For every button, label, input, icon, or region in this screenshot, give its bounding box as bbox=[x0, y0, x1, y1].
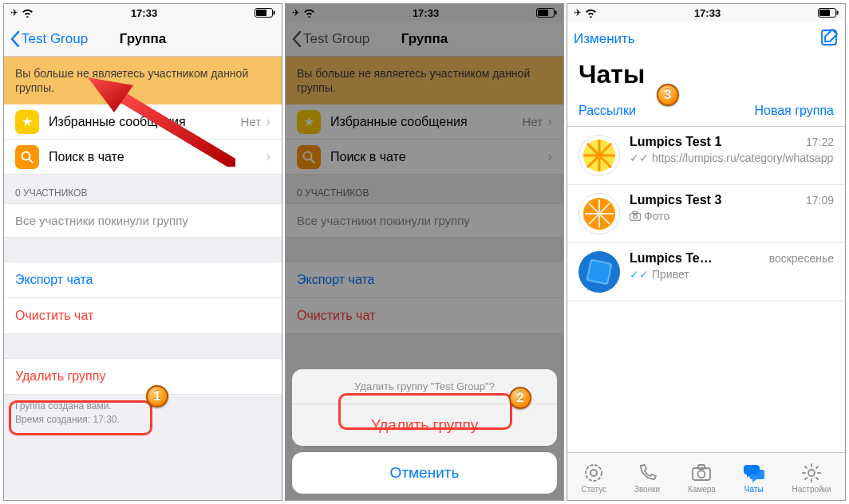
tab-chats[interactable]: Чаты bbox=[744, 463, 764, 494]
membership-banner: Вы больше не являетесь участником данной… bbox=[4, 57, 282, 104]
back-label: Test Group bbox=[22, 31, 88, 47]
svg-rect-13 bbox=[837, 11, 839, 15]
ticks-icon: ✓✓ bbox=[630, 151, 649, 165]
status-bar: ✈ 17:33 bbox=[4, 4, 282, 22]
sheet-delete-button[interactable]: Удалить группу bbox=[292, 404, 557, 446]
search-label: Поиск в чате bbox=[49, 150, 124, 164]
compose-button[interactable] bbox=[819, 28, 839, 50]
chat-preview: https://lumpics.ru/category/whatsapp bbox=[652, 151, 833, 165]
chevron-left-icon bbox=[10, 31, 20, 47]
battery-icon bbox=[818, 8, 839, 18]
tab-camera[interactable]: Камера bbox=[688, 463, 716, 494]
phone-icon bbox=[637, 463, 657, 483]
tab-status[interactable]: Статус bbox=[581, 463, 606, 494]
svg-point-30 bbox=[586, 465, 602, 481]
broadcast-button[interactable]: Рассылки bbox=[579, 104, 636, 118]
airplane-icon: ✈ bbox=[10, 7, 18, 18]
svg-line-4 bbox=[30, 159, 34, 163]
page-title: Группа bbox=[120, 31, 167, 47]
chat-time: 17:09 bbox=[806, 194, 834, 207]
svg-rect-1 bbox=[256, 10, 267, 16]
svg-rect-29 bbox=[588, 261, 610, 283]
battery-icon bbox=[255, 8, 275, 18]
svg-point-33 bbox=[698, 471, 705, 478]
gear-icon bbox=[801, 463, 822, 483]
status-icon bbox=[583, 463, 604, 483]
chats-icon bbox=[744, 463, 764, 483]
export-chat-button[interactable]: Экспорт чата bbox=[4, 262, 282, 298]
chat-row[interactable]: Lumpics Te…воскресенье ✓✓Привет bbox=[567, 243, 845, 301]
delete-group-button[interactable]: Удалить группу bbox=[4, 358, 282, 395]
chevron-right-icon: › bbox=[266, 148, 270, 165]
members-empty-row: Все участники покинули группу bbox=[4, 203, 282, 238]
status-time: 17:33 bbox=[131, 7, 157, 19]
chat-time: воскресенье bbox=[769, 252, 834, 265]
nav-bar: Test Group Группа bbox=[4, 22, 282, 57]
chat-row[interactable]: Lumpics Test 317:09 Фото bbox=[567, 185, 845, 243]
chat-row[interactable]: Lumpics Test 117:22 ✓✓https://lumpics.ru… bbox=[567, 127, 845, 185]
svg-rect-12 bbox=[819, 10, 830, 16]
status-bar: ✈ 17:33 bbox=[567, 4, 845, 22]
back-button[interactable]: Test Group bbox=[10, 31, 88, 47]
newgroup-button[interactable]: Новая группа bbox=[754, 104, 834, 118]
search-chat-cell[interactable]: Поиск в чате › bbox=[4, 140, 282, 175]
sheet-cancel-button[interactable]: Отменить bbox=[292, 452, 557, 494]
svg-rect-2 bbox=[274, 11, 275, 15]
avatar bbox=[579, 135, 620, 176]
svg-point-35 bbox=[808, 470, 815, 476]
favorites-label: Избранные сообщения bbox=[49, 115, 186, 129]
chat-name: Lumpics Te… bbox=[630, 251, 713, 266]
search-icon bbox=[15, 145, 39, 169]
sub-header: Рассылки Новая группа bbox=[567, 96, 845, 127]
compose-icon bbox=[819, 28, 839, 47]
nav-bar: Изменить bbox=[567, 22, 845, 57]
chat-preview: Фото bbox=[644, 209, 669, 223]
sheet-title: Удалить группу "Test Group"? bbox=[292, 369, 557, 404]
members-header: 0 УЧАСТНИКОВ bbox=[4, 175, 282, 203]
edit-button[interactable]: Изменить bbox=[574, 31, 635, 47]
chat-name: Lumpics Test 1 bbox=[630, 135, 721, 149]
ticks-read-icon: ✓✓ bbox=[630, 267, 649, 282]
tab-bar: Статус Звонки Камера Чаты Настройки bbox=[567, 452, 845, 500]
favorites-extra: Нет bbox=[240, 115, 261, 128]
favorites-cell[interactable]: ★ Избранные сообщения Нет › bbox=[4, 104, 282, 140]
chat-preview: Привет bbox=[652, 267, 689, 282]
delete-label: Удалить группу bbox=[15, 369, 105, 383]
status-time: 17:33 bbox=[694, 7, 721, 19]
footer-note: Группа создана вами. Время создания: 17:… bbox=[4, 395, 282, 431]
big-title: Чаты bbox=[567, 57, 845, 96]
avatar bbox=[579, 251, 620, 293]
avatar bbox=[579, 193, 620, 234]
wifi-icon bbox=[585, 9, 597, 18]
wifi-icon bbox=[22, 9, 34, 18]
action-sheet: Удалить группу "Test Group"? Удалить гру… bbox=[292, 369, 557, 494]
camera-icon bbox=[691, 463, 712, 483]
svg-point-26 bbox=[634, 215, 638, 219]
airplane-icon: ✈ bbox=[574, 7, 582, 18]
svg-rect-34 bbox=[698, 465, 705, 469]
clear-chat-button[interactable]: Очистить чат bbox=[4, 298, 282, 334]
tab-settings[interactable]: Настройки bbox=[792, 463, 831, 494]
camera-icon bbox=[630, 211, 641, 221]
chat-time: 17:22 bbox=[806, 136, 834, 148]
chat-name: Lumpics Test 3 bbox=[630, 193, 721, 207]
chevron-right-icon: › bbox=[266, 113, 270, 130]
svg-point-31 bbox=[590, 470, 597, 476]
tab-calls[interactable]: Звонки bbox=[634, 463, 660, 494]
star-icon: ★ bbox=[15, 110, 39, 134]
